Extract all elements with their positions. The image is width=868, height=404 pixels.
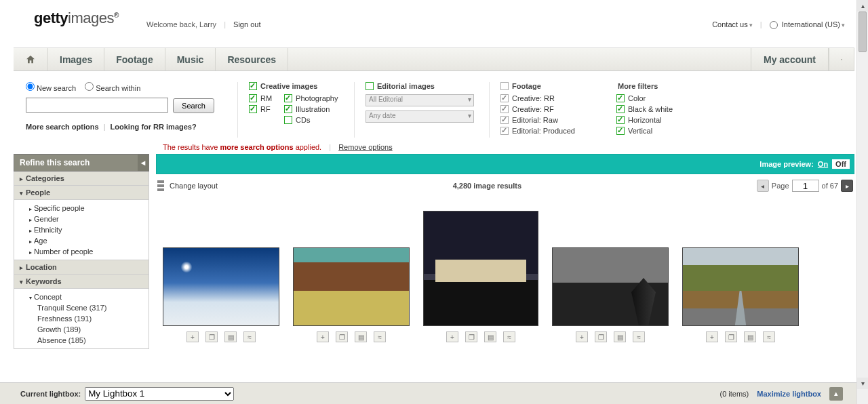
check-raw[interactable]: Editorial: Raw [500,116,591,124]
people-item[interactable]: ▸Gender [14,214,149,224]
radio-search-within[interactable]: Search within [85,84,140,92]
more-search-options-link[interactable]: More search options [26,123,99,131]
check-vert[interactable]: Vertical [616,127,707,135]
pager: ◂ Page of 67 ▸ [757,180,853,192]
layout-icon[interactable] [157,180,164,191]
similar-icon[interactable]: ≈ [633,331,645,342]
calc-icon[interactable]: ▤ [355,331,367,342]
filter-footage: Footage Creative: RR Creative: RF Editor… [489,82,591,138]
page-next[interactable]: ▸ [841,180,853,192]
scroll-thumb[interactable] [859,12,867,52]
people-item[interactable]: ▸Number of people [14,246,149,257]
window-scrollbar[interactable]: ▴ ▾ [856,0,868,404]
results-grid: + ❐ ▤ ≈ + ❐ ▤ ≈ + ❐ [156,197,854,342]
calc-icon[interactable]: ▤ [744,331,756,342]
nav-cart[interactable] [829,48,854,70]
copy-icon[interactable]: ❐ [336,331,348,342]
people-item[interactable]: ▸Specific people [14,203,149,214]
facet-location[interactable]: ▸Location [14,260,149,275]
nav-images[interactable]: Images [48,48,104,70]
results-content: Image preview: On Off Change layout 4,28… [156,154,854,349]
check-editorial-hd[interactable] [366,82,374,90]
facet-people[interactable]: ▾People [14,186,149,200]
logo-reg: ® [114,12,119,19]
calc-icon[interactable]: ▤ [224,331,237,342]
preview-on[interactable]: On [818,160,828,168]
filter-creative: Creative images RM RF Photography Illust… [237,82,339,138]
add-cart-icon[interactable]: + [706,331,718,342]
check-bw[interactable]: Black & white [616,105,707,113]
similar-icon[interactable]: ≈ [503,331,515,342]
check-creative-hd[interactable] [249,82,257,90]
intl-link[interactable]: International (US)▾ [782,20,845,28]
thumbnail[interactable] [423,211,538,326]
page-input[interactable] [792,180,819,192]
nav-my-account[interactable]: My account [751,48,829,70]
concept-sub[interactable]: Absence (185) [14,335,149,346]
check-cds[interactable]: CDs [284,116,338,124]
copy-icon[interactable]: ❐ [205,331,218,342]
expand-up-icon[interactable]: ▴ [829,387,843,401]
add-cart-icon[interactable]: + [446,331,458,342]
check-illus[interactable]: Illustration [284,105,338,113]
check-rm[interactable]: RM [249,94,272,102]
collapse-icon[interactable]: ◂ [138,155,149,171]
scroll-down-icon[interactable]: ▾ [857,378,868,389]
page-label: Page [772,182,789,190]
add-cart-icon[interactable]: + [576,331,588,342]
copy-icon[interactable]: ❐ [465,331,477,342]
result-card: + ❐ ▤ ≈ [163,247,279,342]
select-editorial-type[interactable]: All Editorial [366,94,474,106]
calc-icon[interactable]: ▤ [484,331,496,342]
similar-icon[interactable]: ≈ [374,331,386,342]
thumbnail[interactable] [552,247,669,326]
nav-music[interactable]: Music [165,48,216,70]
check-photo[interactable]: Photography [284,94,338,102]
thumbnail[interactable] [682,247,799,326]
select-editorial-date[interactable]: Any date [366,110,474,123]
similar-icon[interactable]: ≈ [763,331,775,342]
preview-off[interactable]: Off [832,159,850,169]
people-item[interactable]: ▸Age [14,235,149,246]
check-footage-hd[interactable] [500,82,509,90]
search-filter-strip: New search Search within Search More sea… [0,71,868,142]
copy-icon[interactable]: ❐ [595,331,607,342]
concept-sub[interactable]: Growth (189) [14,324,149,335]
nav-home[interactable] [14,48,48,70]
check-prod[interactable]: Editorial: Produced [500,127,591,135]
signout-link[interactable]: Sign out [233,20,260,28]
scroll-up-icon[interactable]: ▴ [857,0,868,12]
check-horiz[interactable]: Horizontal [616,116,707,124]
nav-resources[interactable]: Resources [216,48,288,70]
radio-new-search[interactable]: New search [26,84,76,92]
calc-icon[interactable]: ▤ [614,331,626,342]
similar-icon[interactable]: ≈ [243,331,256,342]
maximize-lightbox[interactable]: Maximize lightbox [757,390,821,398]
copy-icon[interactable]: ❐ [725,331,737,342]
check-crr[interactable]: Creative: RR [500,94,591,102]
facet-keywords[interactable]: ▾Keywords [14,275,149,289]
remove-options-link[interactable]: Remove options [338,143,393,151]
concept-sub[interactable]: Freshness (191) [14,313,149,324]
filter-more: More filters Color Black & white Horizon… [606,82,707,138]
add-cart-icon[interactable]: + [317,331,329,342]
people-item[interactable]: ▸Ethnicity [14,224,149,235]
concept-sub[interactable]: Tranquil Scene (317) [14,302,149,313]
concept-item[interactable]: ▾Concept [14,291,149,302]
thumbnail[interactable] [293,247,410,326]
search-input[interactable] [26,98,168,113]
check-color[interactable]: Color [616,94,707,102]
lightbox-select[interactable]: My Lightbox 1 [85,387,234,401]
rr-images-link[interactable]: Looking for RR images? [111,123,197,131]
add-cart-icon[interactable]: + [186,331,199,342]
results-toolbar: Change layout 4,280 image results ◂ Page… [156,174,854,197]
facet-categories[interactable]: ▸Categories [14,171,149,186]
page-prev[interactable]: ◂ [757,180,769,192]
contact-link[interactable]: Contact us▾ [712,20,753,28]
check-crf[interactable]: Creative: RF [500,105,591,113]
change-layout-link[interactable]: Change layout [170,182,218,190]
search-button[interactable]: Search [173,98,214,113]
nav-footage[interactable]: Footage [104,48,165,70]
check-rf[interactable]: RF [249,105,272,113]
thumbnail[interactable] [163,247,279,326]
